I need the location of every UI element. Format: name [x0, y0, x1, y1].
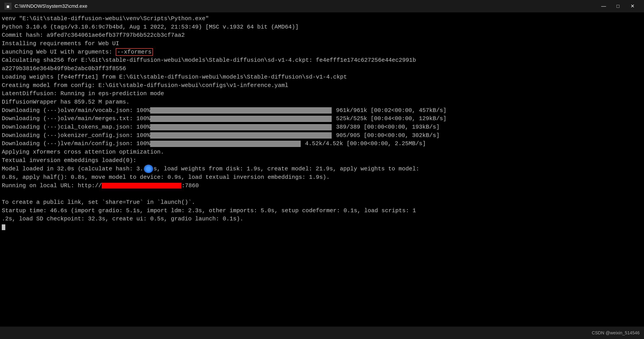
cmd-icon: ■	[4, 3, 12, 10]
dl1-prefix: Downloading (···)olve/main/vocab.json: 1…	[2, 106, 150, 115]
title-bar: ■ C:\WINDOWS\system32\cmd.exe — □ ✕	[0, 0, 644, 12]
python-version-line: Python 3.10.6 (tags/v3.10.6:9c7b4bd, Aug…	[2, 23, 642, 32]
download-line-3: Downloading (···)cial_tokens_map.json: 1…	[2, 123, 642, 132]
window-title: C:\WINDOWS\system32\cmd.exe	[14, 3, 88, 9]
download-line-2: Downloading (···)olve/main/merges.txt: 1…	[2, 114, 642, 123]
startup-line2: .2s, load SD checkpoint: 32.3s, create u…	[2, 215, 642, 223]
dl2-stats: 525k/525k [00:04<00:00, 129kB/s]	[336, 114, 446, 123]
title-bar-left: ■ C:\WINDOWS\system32\cmd.exe	[4, 3, 88, 10]
window-controls: — □ ✕	[596, 2, 640, 10]
dl1-stats: 961k/961k [00:02<00:00, 457kB/s]	[336, 106, 446, 115]
dl2-prefix: Downloading (···)olve/main/merges.txt: 1…	[2, 114, 150, 123]
model-loaded-line2: 0.8s, apply half(): 0.8s, move model to …	[2, 173, 642, 182]
dl3-stats: 389/389 [00:00<00:00, 193kB/s]	[336, 123, 440, 132]
venv-line: venv "E:\Git\stable-diffusion-webui\venv…	[2, 14, 642, 23]
dl4-progress	[150, 132, 332, 138]
download-line-5: Downloading (···)lve/main/config.json: 1…	[2, 140, 642, 148]
calculating-line: Calculating sha256 for E:\Git\stable-dif…	[2, 56, 642, 64]
dl5-stats: 4.52k/4.52k [00:00<00:00, 2.25MB/s]	[305, 140, 426, 148]
public-link-line: To create a public link, set `share=True…	[2, 198, 642, 207]
model-loaded-line1: Model loaded in 32.0s (calculate hash: 3…	[2, 165, 642, 173]
installing-line: Installing requirements for Web UI	[2, 40, 642, 48]
dl1-progress	[150, 107, 332, 114]
url-redacted	[102, 183, 182, 188]
creating-model-line: Creating model from config: E:\Git\stabl…	[2, 82, 642, 90]
dl4-stats: 905/905 [00:00<00:00, 302kB/s]	[336, 132, 440, 140]
dl3-prefix: Downloading (···)cial_tokens_map.json: 1…	[2, 123, 150, 132]
cmd-window: ■ C:\WINDOWS\system32\cmd.exe — □ ✕ venv…	[0, 0, 644, 339]
download-line-4: Downloading (···)okenizer_config.json: 1…	[2, 132, 642, 140]
xformers-line: Applying xformers cross attention optimi…	[2, 148, 642, 156]
cursor	[2, 224, 5, 230]
maximize-button[interactable]: □	[611, 2, 625, 10]
minimize-button[interactable]: —	[596, 2, 611, 10]
loading-weights-line: Loading weights [fe4efff1e1] from E:\Git…	[2, 73, 642, 82]
dl4-prefix: Downloading (···)okenizer_config.json: 1…	[2, 132, 150, 140]
blank-line	[2, 190, 642, 198]
dl5-progress	[150, 141, 301, 147]
dl5-prefix: Downloading (···)lve/main/config.json: 1…	[2, 140, 150, 148]
download-line-1: Downloading (···)olve/main/vocab.json: 1…	[2, 106, 642, 115]
startup-line1: Startup time: 46.6s (import gradio: 5.1s…	[2, 207, 642, 215]
running-url-line: Running on local URL: http:// :7860	[2, 182, 642, 190]
hash-cont-line: a2279b3816e364b49f9be2abc0b3ff3f8556	[2, 64, 642, 73]
diffusion-wrapper-line: DiffusionWrapper has 859.52 M params.	[2, 98, 642, 106]
close-button[interactable]: ✕	[625, 2, 640, 10]
textual-line: Textual inversion embeddings loaded(0):	[2, 156, 642, 165]
latent-diffusion-line: LatentDiffusion: Running in eps-predicti…	[2, 90, 642, 98]
bottom-credit: CSDN @weixin_514546	[592, 330, 640, 336]
dl2-progress	[150, 116, 332, 122]
launching-line: Launching Web UI with arguments: --xform…	[2, 48, 642, 56]
dl3-progress	[150, 124, 332, 130]
cursor-line	[2, 223, 642, 232]
console-output: venv "E:\Git\stable-diffusion-webui\venv…	[0, 12, 644, 326]
bottom-bar: CSDN @weixin_514546	[0, 326, 644, 339]
commit-hash-line: Commit hash: a9fed7c364061ae6efb37f797b6…	[2, 31, 642, 40]
